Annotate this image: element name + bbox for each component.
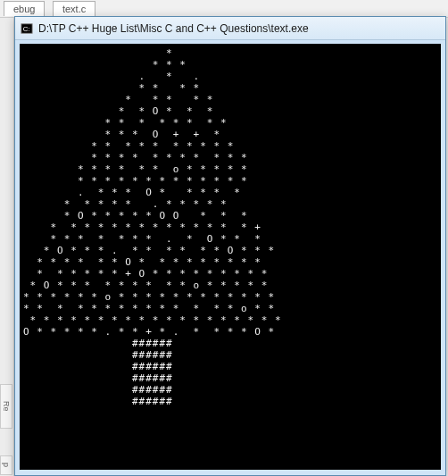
tab-debug[interactable]: ebug (4, 1, 45, 16)
ascii-tree-output: * * * * . * . * * * * * * * * * * * O * … (23, 47, 441, 407)
side-button-re[interactable]: Re (0, 384, 12, 429)
window-title: D:\TP C++ Huge List\Misc C and C++ Quest… (38, 22, 309, 35)
console-output-area: * * * * . * . * * * * * * * * * * * O * … (20, 44, 441, 470)
tab-textc[interactable]: text.c (53, 1, 95, 16)
svg-text:C:: C: (23, 24, 30, 32)
side-button-p[interactable]: p (0, 455, 12, 475)
titlebar[interactable]: C: D:\TP C++ Huge List\Misc C and C++ Qu… (15, 17, 445, 40)
ide-left-panel: Re p (0, 18, 14, 476)
console-icon: C: (21, 22, 33, 35)
console-window: C: D:\TP C++ Huge List\Misc C and C++ Qu… (14, 16, 446, 476)
editor-tab-strip: ebug text.c (0, 0, 448, 18)
